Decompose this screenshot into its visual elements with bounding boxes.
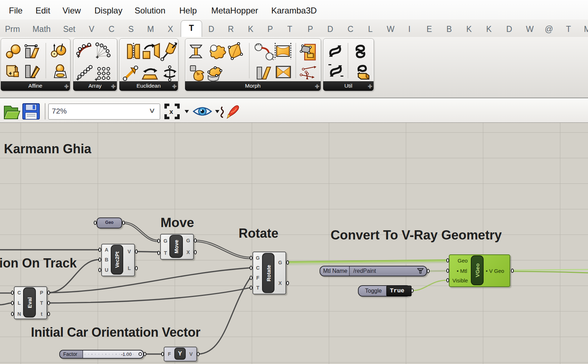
svg-text:x: x <box>169 108 173 115</box>
